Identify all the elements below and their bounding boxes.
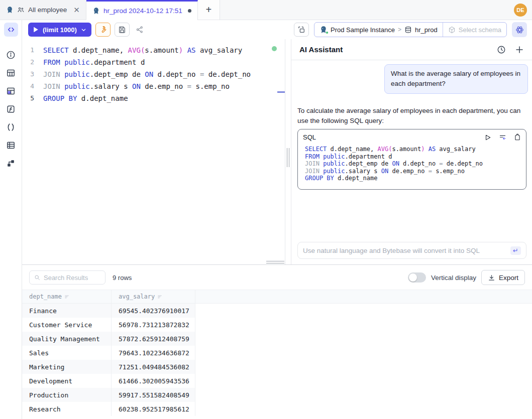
table-header: dept_name avg_salary (22, 290, 532, 304)
ai-prompt-input[interactable] (303, 247, 510, 254)
table-icon (6, 68, 16, 78)
sidebar-item-relationships[interactable] (2, 154, 20, 172)
sidebar-item-schema-diagram[interactable] (2, 82, 20, 100)
connection-breadcrumb[interactable]: Prod Sample Instance > hr_prod Select sc… (314, 22, 507, 37)
tab-bar: All employee ✕ hr_prod 2024-10-12 17:51 … (0, 0, 532, 20)
export-label: Export (499, 274, 518, 282)
cell-dept-name[interactable]: Customer Service (22, 318, 112, 332)
cell-avg-salary[interactable]: 59917.551582408549 (112, 388, 195, 402)
cell-avg-salary[interactable]: 61466.302005943536 (112, 374, 195, 388)
sidebar-item-functions[interactable] (2, 100, 20, 118)
table-row[interactable]: Customer Service56978.731213872832 (22, 318, 532, 332)
copy-icon (514, 133, 521, 141)
select-connection-button[interactable] (294, 23, 309, 37)
sidebar-item-tables[interactable] (2, 64, 20, 82)
cell-avg-salary[interactable]: 79643.102234636872 (112, 346, 195, 360)
cell-avg-salary[interactable]: 71251.049484536082 (112, 360, 195, 374)
postgres-icon (6, 6, 14, 14)
select-schema-button[interactable]: Select schema (443, 23, 506, 37)
info-icon (6, 50, 16, 60)
table-row[interactable]: Development61466.302005943536 (22, 374, 532, 388)
history-button[interactable] (497, 45, 506, 54)
column-header-dept-name[interactable]: dept_name (22, 290, 112, 303)
close-icon[interactable]: ✕ (73, 6, 80, 15)
search-results-input[interactable] (44, 274, 100, 282)
assistant-message: To calculate the average salary of emplo… (297, 106, 528, 190)
chevron-down-icon (81, 27, 86, 33)
cell-avg-salary[interactable]: 57872.625912408759 (112, 332, 195, 346)
left-sidebar (0, 20, 22, 419)
tab-label: All employee (28, 6, 67, 14)
vertical-display-toggle[interactable] (408, 272, 426, 283)
run-query-button[interactable]: (limit 1000) (28, 23, 91, 37)
horizontal-resize-handle[interactable] (266, 261, 284, 263)
save-button[interactable] (115, 23, 130, 37)
tab-all-employee[interactable]: All employee ✕ (0, 0, 86, 20)
table-body: Finance69545.402376910017Customer Servic… (22, 304, 532, 416)
cell-avg-salary[interactable]: 69545.402376910017 (112, 304, 195, 318)
sort-icon (157, 294, 163, 300)
play-icon (33, 27, 39, 33)
tab-hr-prod[interactable]: hr_prod 2024-10-12 17:51 (86, 0, 198, 20)
cell-dept-name[interactable]: Sales (22, 346, 112, 360)
ai-panel-title: AI Assistant (299, 45, 343, 54)
code-language-label: SQL (303, 133, 316, 141)
search-results-box[interactable] (29, 270, 105, 285)
cell-avg-salary[interactable]: 60238.952517985612 (112, 402, 195, 416)
share-button[interactable] (134, 26, 146, 34)
postgres-icon (92, 7, 100, 15)
format-sql-button[interactable] (95, 23, 111, 37)
vertical-resize-handle[interactable] (287, 148, 289, 167)
cell-dept-name[interactable]: Marketing (22, 360, 112, 374)
connection-icon (297, 26, 305, 34)
cell-avg-salary[interactable]: 56978.731213872832 (112, 318, 195, 332)
sql-code[interactable]: 1SELECT d.dept_name, AVG(s.amount) AS av… (22, 44, 285, 104)
run-sql-button[interactable] (484, 134, 491, 141)
cell-dept-name[interactable]: Finance (22, 304, 112, 318)
play-outline-icon (484, 134, 491, 141)
table-row[interactable]: Research60238.952517985612 (22, 402, 532, 416)
share-icon (136, 26, 144, 34)
overview-ruler-mark (277, 91, 285, 93)
results-panel: 9 rows Vertical display Export dept_name (22, 264, 532, 419)
ai-assistant-button[interactable] (512, 22, 527, 37)
panel-resize-divider[interactable] (285, 39, 291, 264)
search-icon (34, 274, 40, 281)
cell-dept-name[interactable]: Production (22, 388, 112, 402)
column-header-avg-salary[interactable]: avg_salary (112, 290, 195, 303)
table-row[interactable]: Production59917.551582408549 (22, 388, 532, 402)
plus-icon: + (205, 4, 211, 16)
ai-input-container: ↵ (297, 242, 526, 259)
people-icon (17, 6, 25, 14)
table-row[interactable]: Marketing71251.049484536082 (22, 360, 532, 374)
assistant-sql-code: SELECT d.dept_name, AVG(s.amount) AS avg… (303, 146, 521, 182)
cell-dept-name[interactable]: Development (22, 374, 112, 388)
sidebar-item-info[interactable] (2, 46, 20, 64)
cell-dept-name[interactable]: Quality Management (22, 332, 112, 346)
table-row[interactable]: Sales79643.102234636872 (22, 346, 532, 360)
sidebar-item-views[interactable] (2, 136, 20, 154)
ai-assistant-panel: AI Assistant What is the average salary … (291, 39, 532, 264)
new-chat-button[interactable] (515, 45, 524, 54)
insert-into-editor-button[interactable] (498, 133, 507, 141)
table-row[interactable]: Finance69545.402376910017 (22, 304, 532, 318)
avatar[interactable]: DE (514, 4, 527, 17)
copy-sql-button[interactable] (514, 133, 521, 141)
code-icon (7, 26, 15, 34)
new-tab-button[interactable]: + (198, 0, 220, 20)
export-button[interactable]: Export (481, 270, 525, 285)
chat-history: What is the average salary of employees … (291, 60, 532, 242)
function-icon (6, 104, 16, 114)
sql-editor-toggle-button[interactable] (4, 23, 18, 37)
sql-editor[interactable]: 1SELECT d.dept_name, AVG(s.amount) AS av… (22, 39, 285, 264)
wrench-icon (99, 26, 107, 34)
cell-dept-name[interactable]: Research (22, 402, 112, 416)
postgres-icon (320, 26, 328, 34)
sidebar-item-procedures[interactable] (2, 118, 20, 136)
schema-diagram-icon (6, 86, 16, 96)
parentheses-icon (6, 122, 16, 132)
table-row[interactable]: Quality Management57872.625912408759 (22, 332, 532, 346)
enter-key-icon[interactable]: ↵ (510, 246, 521, 255)
toggle-knob (409, 273, 417, 282)
save-icon (118, 26, 126, 34)
